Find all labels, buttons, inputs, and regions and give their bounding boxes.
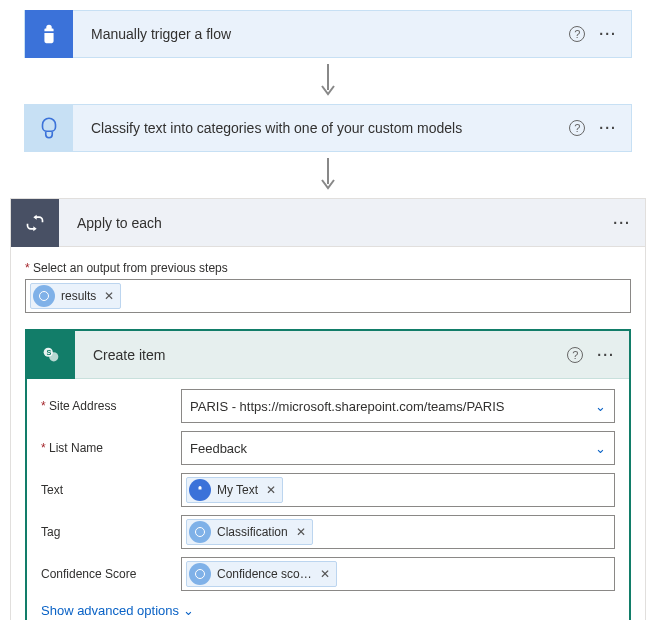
trigger-icon [25, 10, 73, 58]
remove-token-icon[interactable]: ✕ [104, 289, 114, 303]
card-classify[interactable]: Classify text into categories with one o… [24, 104, 632, 152]
chevron-down-icon: ⌄ [595, 399, 606, 414]
sharepoint-icon: S [27, 331, 75, 379]
label-site-address: * Site Address [41, 399, 181, 413]
chevron-down-icon: ⌄ [183, 603, 194, 618]
card-apply-to-each: Apply to each ··· * Select an output fro… [10, 198, 646, 620]
trigger-token-icon [189, 479, 211, 501]
card-title: Classify text into categories with one o… [73, 120, 569, 136]
label-text: Text [41, 483, 181, 497]
token-my-text[interactable]: My Text ✕ [186, 477, 283, 503]
more-icon[interactable]: ··· [599, 26, 617, 42]
svg-point-2 [40, 292, 49, 301]
more-icon[interactable]: ··· [599, 120, 617, 136]
select-value: PARIS - https://microsoft.sharepoint.com… [190, 399, 505, 414]
tag-input[interactable]: Classification ✕ [181, 515, 615, 549]
token-label: Confidence sco… [217, 567, 312, 581]
label-tag: Tag [41, 525, 181, 539]
remove-token-icon[interactable]: ✕ [320, 567, 330, 581]
token-results[interactable]: results ✕ [30, 283, 121, 309]
confidence-input[interactable]: Confidence sco… ✕ [181, 557, 615, 591]
connector-arrow [10, 64, 646, 98]
ai-token-icon [189, 563, 211, 585]
label-list-name: * List Name [41, 441, 181, 455]
output-label: * Select an output from previous steps [25, 261, 631, 275]
show-advanced-options[interactable]: Show advanced options ⌄ [41, 603, 194, 618]
remove-token-icon[interactable]: ✕ [266, 483, 276, 497]
loop-icon [11, 199, 59, 247]
chevron-down-icon: ⌄ [595, 441, 606, 456]
ai-token-icon [33, 285, 55, 307]
help-icon[interactable]: ? [567, 347, 583, 363]
output-input[interactable]: results ✕ [25, 279, 631, 313]
more-icon[interactable]: ··· [613, 215, 631, 231]
card-create-item: S Create item ? ··· * Site Address PARIS… [25, 329, 631, 620]
card-title: Manually trigger a flow [73, 26, 569, 42]
svg-point-6 [196, 528, 205, 537]
list-name-select[interactable]: Feedback ⌄ [181, 431, 615, 465]
connector-arrow [10, 158, 646, 192]
card-title: Create item [75, 347, 567, 363]
token-classification[interactable]: Classification ✕ [186, 519, 313, 545]
label-confidence: Confidence Score [41, 567, 181, 581]
ai-token-icon [189, 521, 211, 543]
ai-icon [25, 104, 73, 152]
svg-text:S: S [46, 348, 51, 357]
help-icon[interactable]: ? [569, 120, 585, 136]
create-item-header[interactable]: S Create item ? ··· [27, 331, 629, 379]
token-label: Classification [217, 525, 288, 539]
token-label: My Text [217, 483, 258, 497]
card-title: Apply to each [59, 215, 613, 231]
help-icon[interactable]: ? [569, 26, 585, 42]
token-label: results [61, 289, 96, 303]
apply-to-each-header[interactable]: Apply to each ··· [11, 199, 645, 247]
site-address-select[interactable]: PARIS - https://microsoft.sharepoint.com… [181, 389, 615, 423]
svg-point-7 [196, 570, 205, 579]
select-value: Feedback [190, 441, 247, 456]
text-input[interactable]: My Text ✕ [181, 473, 615, 507]
more-icon[interactable]: ··· [597, 347, 615, 363]
card-trigger[interactable]: Manually trigger a flow ? ··· [24, 10, 632, 58]
remove-token-icon[interactable]: ✕ [296, 525, 306, 539]
token-confidence[interactable]: Confidence sco… ✕ [186, 561, 337, 587]
